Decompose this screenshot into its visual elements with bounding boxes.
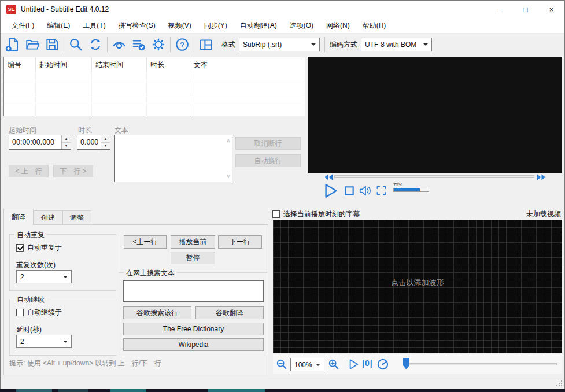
spin-up-icon[interactable]: ▲ — [62, 135, 71, 143]
cell — [190, 83, 305, 94]
toolbar-separator — [324, 37, 325, 52]
waveform-zoom-combobox[interactable]: 100% — [290, 358, 324, 371]
menu-tools[interactable]: 工具(T) — [76, 18, 112, 33]
zoom-in-icon[interactable] — [328, 358, 339, 370]
spin-down-icon[interactable]: ▼ — [101, 143, 110, 150]
app-window: SE Untitled - Subtitle Edit 4.0.12 – □ ×… — [0, 0, 565, 389]
unbreak-button[interactable]: 取消断行 — [235, 137, 301, 150]
auto-continue-checkbox-label: 自动继续于 — [27, 308, 62, 317]
gear-icon — [151, 37, 166, 52]
waveform-panel[interactable]: 点击以添加波形 — [273, 220, 562, 353]
title-bar: SE Untitled - Subtitle Edit 4.0.12 – □ × — [1, 1, 564, 18]
duration-label: 时长 — [78, 125, 92, 135]
column-header-duration[interactable]: 时长 — [147, 57, 190, 72]
google-search-button[interactable]: 谷歌搜索该行 — [123, 306, 191, 319]
menu-network[interactable]: 网络(N) — [320, 18, 356, 33]
format-combobox[interactable]: SubRip (.srt) — [239, 38, 320, 51]
waveform-placeholder: 点击以添加波形 — [273, 278, 562, 288]
column-header-end-time[interactable]: 结束时间 — [92, 57, 147, 72]
wikipedia-button[interactable]: Wikipedia — [123, 338, 264, 351]
toolbar-separator — [64, 37, 64, 52]
free-dictionary-button[interactable]: The Free Dictionary — [123, 323, 264, 335]
subtitle-text-area[interactable]: ∧ ∨ — [114, 135, 232, 182]
desktop-fragment — [16, 389, 52, 392]
menu-auto-translate[interactable]: 自动翻译(A) — [234, 18, 283, 33]
select-current-subtitle-checkbox[interactable] — [272, 210, 280, 218]
scroll-up-icon[interactable]: ∧ — [226, 138, 230, 143]
play-current-button[interactable]: 播放当前 — [171, 235, 215, 249]
save-file-button[interactable] — [42, 35, 62, 54]
help-button[interactable]: ? — [172, 35, 192, 54]
menu-sync[interactable]: 同步(Y) — [198, 18, 234, 33]
replace-button[interactable] — [86, 35, 105, 54]
waveform-position-track[interactable] — [408, 363, 557, 365]
menu-help[interactable]: 帮助(H) — [356, 18, 393, 33]
start-time-spinner[interactable]: 00:00:00.000 ▲▼ — [9, 135, 71, 150]
layout-button[interactable] — [196, 35, 216, 54]
speaker-icon[interactable] — [359, 184, 372, 198]
play-one-second-icon[interactable]: |0| — [362, 358, 373, 368]
close-button[interactable]: × — [538, 1, 564, 18]
bottom-tab-strip: 翻译 创建 调整 — [3, 210, 91, 225]
open-file-button[interactable] — [23, 35, 42, 54]
stop-icon[interactable] — [344, 185, 355, 197]
menu-video[interactable]: 视频(V) — [162, 18, 198, 33]
waveform-position-thumb[interactable] — [403, 358, 409, 369]
visual-sync-button[interactable] — [109, 35, 129, 54]
tab-translate[interactable]: 翻译 — [3, 209, 34, 225]
encoding-value: UTF-8 with BOM — [365, 40, 416, 49]
duration-value: 0.000 — [80, 138, 98, 146]
find-button[interactable] — [66, 35, 86, 54]
settings-button[interactable] — [149, 35, 168, 54]
waveform-play-icon[interactable] — [348, 358, 360, 370]
seek-track[interactable] — [334, 175, 534, 178]
column-header-number[interactable]: 编号 — [4, 57, 36, 72]
auto-repeat-group: 自动重复 自动重复于 重复次数(次) 2 — [9, 234, 116, 291]
editor-prev-line-button[interactable]: < 上一行 — [9, 165, 49, 177]
encoding-label: 编码方式 — [330, 40, 357, 50]
column-header-start-time[interactable]: 起始时间 — [36, 57, 92, 72]
minimize-button[interactable]: – — [486, 1, 512, 18]
volume-percent: 75% — [393, 182, 429, 187]
format-label: 格式 — [221, 40, 235, 50]
auto-break-button[interactable]: 自动换行 — [235, 154, 301, 167]
scroll-down-icon[interactable]: ∨ — [226, 173, 230, 179]
spin-up-icon[interactable]: ▲ — [101, 135, 110, 143]
menu-options[interactable]: 选项(O) — [283, 18, 320, 33]
column-header-text[interactable]: 文本 — [190, 57, 305, 72]
menu-spellcheck[interactable]: 拼写检查(S) — [112, 18, 162, 33]
volume-slider[interactable] — [393, 188, 429, 192]
seek-forward-icon[interactable] — [537, 174, 546, 180]
menu-edit[interactable]: 编辑(E) — [40, 18, 76, 33]
editor-next-line-button[interactable]: 下一行 > — [53, 165, 93, 177]
spell-check-button[interactable] — [129, 35, 149, 54]
delay-combobox[interactable]: 2 — [16, 335, 72, 348]
fullscreen-icon[interactable] — [375, 184, 387, 197]
web-search-input[interactable] — [123, 280, 264, 302]
table-row — [4, 72, 305, 83]
tab-adjust[interactable]: 调整 — [62, 210, 91, 225]
repeat-count-combobox[interactable]: 2 — [16, 270, 72, 283]
tab-create[interactable]: 创建 — [34, 210, 62, 225]
cell — [147, 72, 190, 83]
new-file-button[interactable] — [3, 35, 23, 54]
auto-repeat-checkbox[interactable] — [16, 244, 24, 252]
desktop-strip — [0, 389, 565, 392]
auto-continue-checkbox[interactable] — [16, 309, 24, 316]
encoding-combobox[interactable]: UTF-8 with BOM — [361, 38, 432, 51]
duration-spinner[interactable]: 0.000 ▲▼ — [77, 135, 110, 150]
spin-down-icon[interactable]: ▼ — [62, 143, 71, 150]
next-line-button[interactable]: 下一行 — [218, 235, 262, 249]
speed-gauge-icon[interactable] — [376, 358, 389, 371]
google-translate-button[interactable]: 谷歌翻译 — [195, 306, 264, 319]
spinner-buttons: ▲▼ — [61, 135, 71, 149]
pause-button[interactable]: 暂停 — [171, 252, 215, 264]
zoom-out-icon[interactable] — [276, 358, 287, 370]
play-icon[interactable] — [323, 183, 339, 199]
resize-grip[interactable] — [556, 380, 563, 387]
seek-back-icon[interactable] — [324, 174, 333, 180]
prev-line-button[interactable]: <上一行 — [124, 235, 167, 249]
menu-file[interactable]: 文件(F) — [5, 18, 40, 33]
video-display[interactable] — [308, 57, 562, 173]
maximize-button[interactable]: □ — [512, 1, 538, 18]
